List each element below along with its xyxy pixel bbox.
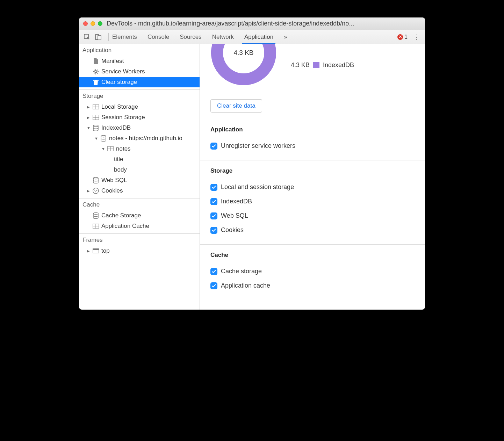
checkbox-label: Application cache [221,282,270,289]
checkbox-cookies[interactable]: Cookies [210,223,415,237]
checkbox-icon [210,212,217,219]
sidebar-item-index-title[interactable]: title [79,154,200,165]
svg-line-9 [97,73,98,74]
sidebar-item-label: Manifest [101,58,124,65]
minimize-window-button[interactable] [91,21,95,26]
checkbox-icon [210,143,217,150]
sidebar-item-cache-storage[interactable]: ▶ Cache Storage [79,210,200,221]
divider [108,33,109,41]
tabs-overflow[interactable]: » [284,30,287,44]
table-icon [92,103,99,110]
checkbox-label: Unregister service workers [221,142,295,150]
checkbox-icon [210,268,217,275]
tab-application[interactable]: Application [244,30,273,44]
sidebar-item-cookies[interactable]: ▶ Cookies [79,186,200,196]
section-cache: Cache Cache storage Application cache [200,244,425,300]
legend-value: 4.3 KB [291,62,310,69]
checkbox-local-session[interactable]: Local and session storage [210,180,415,194]
checkbox-icon [210,184,217,191]
trash-icon [92,79,99,86]
error-badge[interactable]: ✕ 1 [397,34,408,40]
sidebar-item-service-workers[interactable]: ▶ Service Workers [79,66,200,77]
tab-console[interactable]: Console [147,30,169,44]
sidebar-item-label: Session Storage [101,114,145,121]
titlebar: DevTools - mdn.github.io/learning-area/j… [79,17,425,30]
close-window-button[interactable] [83,21,88,26]
error-icon: ✕ [397,34,403,40]
chevron-right-icon: ▶ [87,189,92,193]
devtools-window: DevTools - mdn.github.io/learning-area/j… [79,17,425,310]
device-toolbar-icon[interactable] [94,32,103,42]
clear-site-data-button[interactable]: Clear site data [210,99,262,113]
checkbox-indexeddb[interactable]: IndexedDB [210,194,415,209]
section-heading: Application [210,126,415,133]
sidebar-item-label: notes [116,145,131,152]
checkbox-application-cache[interactable]: Application cache [210,279,415,293]
sidebar-item-label: Clear storage [101,79,137,86]
clear-button-row: Clear site data [200,93,425,119]
sidebar-item-indexeddb-database[interactable]: ▼ notes - https://mdn.github.io [79,133,200,144]
tab-network[interactable]: Network [212,30,234,44]
svg-point-24 [93,188,99,194]
document-icon [92,58,99,65]
legend-label: IndexedDB [323,62,354,69]
sidebar-item-label: IndexedDB [101,124,131,131]
table-icon [92,114,99,121]
checkbox-unregister-sw[interactable]: Unregister service workers [210,139,415,153]
svg-point-19 [101,136,106,137]
sidebar-item-web-sql[interactable]: ▶ Web SQL [79,175,200,186]
svg-point-18 [93,125,98,127]
settings-menu-icon[interactable]: ⋮ [411,33,422,41]
panel-tabs: Elements Console Sources Network Applica… [112,30,397,44]
sidebar-section-cache: Cache [79,198,200,210]
usage-summary: 4.3 KB 4.3 KB IndexedDB [200,44,425,93]
application-sidebar: Application ▶ Manifest ▶ Service Workers… [79,44,200,310]
chevron-right-icon: ▶ [87,249,92,253]
chevron-down-icon: ▼ [101,147,106,151]
checkbox-label: Web SQL [221,212,248,219]
sidebar-section-frames: Frames [79,234,200,246]
sidebar-item-label: Web SQL [101,177,127,184]
sidebar-item-top-frame[interactable]: ▶ top [79,246,200,256]
usage-total: 4.3 KB [210,44,277,86]
svg-point-27 [95,191,96,193]
window-title: DevTools - mdn.github.io/learning-area/j… [107,20,421,27]
sidebar-item-object-store[interactable]: ▼ notes [79,144,200,154]
chevron-right-icon: ▶ [87,115,92,120]
svg-line-10 [94,73,95,74]
checkbox-icon [210,282,217,289]
tab-elements[interactable]: Elements [112,30,137,44]
window-controls [83,21,102,26]
content-area: Application ▶ Manifest ▶ Service Workers… [79,44,425,310]
devtools-tabbar: Elements Console Sources Network Applica… [79,30,425,44]
table-icon [107,145,114,152]
checkbox-icon [210,198,217,205]
sidebar-item-indexeddb[interactable]: ▼ IndexedDB [79,123,200,133]
sidebar-section-storage: Storage [79,90,200,102]
gear-icon [92,68,99,75]
database-icon [92,212,99,219]
checkbox-web-sql[interactable]: Web SQL [210,209,415,223]
sidebar-item-application-cache[interactable]: ▶ Application Cache [79,221,200,231]
maximize-window-button[interactable] [98,21,102,26]
database-icon [100,135,107,142]
sidebar-item-local-storage[interactable]: ▶ Local Storage [79,102,200,112]
checkbox-cache-storage[interactable]: Cache storage [210,264,415,279]
checkbox-label: Cookies [221,226,244,234]
svg-line-11 [97,70,98,71]
checkbox-label: Local and session storage [221,183,294,191]
sidebar-item-clear-storage[interactable]: ▶ Clear storage [79,77,200,87]
sidebar-item-session-storage[interactable]: ▶ Session Storage [79,112,200,123]
svg-point-23 [93,178,98,179]
tab-sources[interactable]: Sources [180,30,201,44]
sidebar-item-index-body[interactable]: body [79,165,200,175]
svg-line-8 [94,70,95,71]
sidebar-item-manifest[interactable]: ▶ Manifest [79,56,200,66]
inspect-element-icon[interactable] [82,32,92,42]
svg-point-26 [96,190,98,191]
svg-point-25 [94,190,95,191]
svg-rect-2 [98,36,101,40]
section-heading: Cache [210,252,415,259]
sidebar-section-application: Application [79,44,200,56]
sidebar-item-label: notes - https://mdn.github.io [109,135,182,142]
